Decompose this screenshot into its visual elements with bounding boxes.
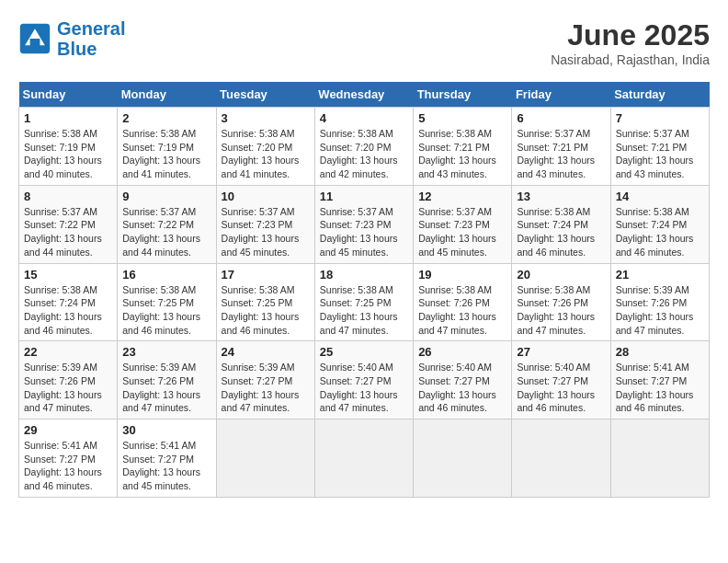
cell-details: Sunrise: 5:38 AMSunset: 7:19 PMDaylight:… [122, 127, 210, 181]
calendar-cell: 1Sunrise: 5:38 AMSunset: 7:19 PMDaylight… [19, 108, 118, 186]
calendar-cell: 19Sunrise: 5:38 AMSunset: 7:26 PMDayligh… [414, 263, 512, 341]
cell-details: Sunrise: 5:39 AMSunset: 7:27 PMDaylight:… [222, 361, 310, 415]
calendar-cell [512, 419, 610, 498]
calendar-cell: 15Sunrise: 5:38 AMSunset: 7:24 PMDayligh… [19, 263, 118, 341]
cell-details: Sunrise: 5:38 AMSunset: 7:24 PMDaylight:… [616, 205, 704, 259]
day-number: 6 [517, 111, 605, 125]
cell-details: Sunrise: 5:39 AMSunset: 7:26 PMDaylight:… [122, 361, 210, 415]
day-number: 7 [616, 111, 704, 125]
cell-details: Sunrise: 5:41 AMSunset: 7:27 PMDaylight:… [122, 439, 210, 493]
calendar-cell: 22Sunrise: 5:39 AMSunset: 7:26 PMDayligh… [19, 341, 118, 419]
calendar-cell [414, 419, 512, 498]
day-number: 12 [418, 190, 506, 203]
calendar-week-2: 8Sunrise: 5:37 AMSunset: 7:22 PMDaylight… [19, 185, 710, 263]
weekday-header-row: SundayMondayTuesdayWednesdayThursdayFrid… [19, 82, 710, 108]
calendar-cell: 26Sunrise: 5:40 AMSunset: 7:27 PMDayligh… [414, 341, 512, 419]
calendar-week-4: 22Sunrise: 5:39 AMSunset: 7:26 PMDayligh… [19, 341, 710, 419]
calendar-table: SundayMondayTuesdayWednesdayThursdayFrid… [18, 82, 710, 498]
calendar-cell: 13Sunrise: 5:38 AMSunset: 7:24 PMDayligh… [512, 185, 610, 263]
cell-details: Sunrise: 5:37 AMSunset: 7:21 PMDaylight:… [517, 127, 605, 181]
cell-details: Sunrise: 5:37 AMSunset: 7:23 PMDaylight:… [418, 205, 506, 259]
calendar-cell: 17Sunrise: 5:38 AMSunset: 7:25 PMDayligh… [216, 263, 314, 341]
weekday-sunday: Sunday [19, 82, 118, 108]
cell-details: Sunrise: 5:37 AMSunset: 7:23 PMDaylight:… [222, 205, 310, 259]
calendar-cell [216, 419, 314, 498]
cell-details: Sunrise: 5:37 AMSunset: 7:21 PMDaylight:… [616, 127, 704, 181]
calendar-cell: 25Sunrise: 5:40 AMSunset: 7:27 PMDayligh… [314, 341, 413, 419]
calendar-cell: 10Sunrise: 5:37 AMSunset: 7:23 PMDayligh… [216, 185, 314, 263]
weekday-tuesday: Tuesday [216, 82, 314, 108]
day-number: 27 [517, 345, 605, 359]
calendar-cell: 27Sunrise: 5:40 AMSunset: 7:27 PMDayligh… [512, 341, 610, 419]
calendar-cell: 28Sunrise: 5:41 AMSunset: 7:27 PMDayligh… [610, 341, 709, 419]
weekday-thursday: Thursday [414, 82, 512, 108]
calendar-week-5: 29Sunrise: 5:41 AMSunset: 7:27 PMDayligh… [19, 419, 710, 498]
calendar-cell: 5Sunrise: 5:38 AMSunset: 7:21 PMDaylight… [414, 108, 512, 186]
weekday-saturday: Saturday [610, 82, 709, 108]
calendar-cell: 9Sunrise: 5:37 AMSunset: 7:22 PMDaylight… [118, 185, 216, 263]
calendar-cell: 29Sunrise: 5:41 AMSunset: 7:27 PMDayligh… [19, 419, 118, 498]
calendar-cell: 8Sunrise: 5:37 AMSunset: 7:22 PMDaylight… [19, 185, 118, 263]
logo: General Blue [18, 18, 125, 59]
calendar-cell: 30Sunrise: 5:41 AMSunset: 7:27 PMDayligh… [118, 419, 216, 498]
calendar-cell: 6Sunrise: 5:37 AMSunset: 7:21 PMDaylight… [512, 108, 610, 186]
day-number: 13 [517, 190, 605, 203]
day-number: 15 [24, 268, 112, 282]
cell-details: Sunrise: 5:38 AMSunset: 7:20 PMDaylight:… [320, 127, 408, 181]
location: Nasirabad, Rajasthan, India [551, 52, 710, 67]
day-number: 24 [222, 345, 310, 359]
cell-details: Sunrise: 5:38 AMSunset: 7:25 PMDaylight:… [122, 283, 210, 338]
day-number: 4 [320, 111, 408, 125]
day-number: 11 [320, 190, 408, 203]
cell-details: Sunrise: 5:40 AMSunset: 7:27 PMDaylight:… [418, 361, 506, 415]
weekday-monday: Monday [118, 82, 216, 108]
day-number: 23 [122, 345, 210, 359]
day-number: 28 [616, 345, 704, 359]
calendar-cell: 3Sunrise: 5:38 AMSunset: 7:20 PMDaylight… [216, 108, 314, 186]
calendar-cell: 20Sunrise: 5:38 AMSunset: 7:26 PMDayligh… [512, 263, 610, 341]
cell-details: Sunrise: 5:39 AMSunset: 7:26 PMDaylight:… [24, 361, 112, 415]
title-block: June 2025 Nasirabad, Rajasthan, India [551, 18, 710, 67]
weekday-wednesday: Wednesday [314, 82, 413, 108]
cell-details: Sunrise: 5:38 AMSunset: 7:19 PMDaylight:… [24, 127, 112, 181]
day-number: 9 [122, 190, 210, 203]
day-number: 19 [418, 268, 506, 282]
weekday-friday: Friday [512, 82, 610, 108]
day-number: 1 [24, 111, 112, 125]
cell-details: Sunrise: 5:41 AMSunset: 7:27 PMDaylight:… [616, 361, 704, 415]
calendar-cell [314, 419, 413, 498]
day-number: 10 [222, 190, 310, 203]
logo-text: General Blue [57, 18, 125, 59]
day-number: 2 [122, 111, 210, 125]
logo-line1: General [57, 18, 125, 39]
cell-details: Sunrise: 5:38 AMSunset: 7:21 PMDaylight:… [418, 127, 506, 181]
day-number: 30 [122, 423, 210, 437]
day-number: 17 [222, 268, 310, 282]
cell-details: Sunrise: 5:41 AMSunset: 7:27 PMDaylight:… [24, 439, 112, 493]
day-number: 29 [24, 423, 112, 437]
day-number: 8 [24, 190, 112, 203]
day-number: 20 [517, 268, 605, 282]
calendar-cell: 18Sunrise: 5:38 AMSunset: 7:25 PMDayligh… [314, 263, 413, 341]
day-number: 21 [616, 268, 704, 282]
calendar-cell: 24Sunrise: 5:39 AMSunset: 7:27 PMDayligh… [216, 341, 314, 419]
cell-details: Sunrise: 5:38 AMSunset: 7:24 PMDaylight:… [24, 283, 112, 338]
cell-details: Sunrise: 5:38 AMSunset: 7:20 PMDaylight:… [222, 127, 310, 181]
day-number: 18 [320, 268, 408, 282]
day-number: 16 [122, 268, 210, 282]
calendar-week-1: 1Sunrise: 5:38 AMSunset: 7:19 PMDaylight… [19, 108, 710, 186]
svg-rect-2 [30, 39, 40, 47]
day-number: 26 [418, 345, 506, 359]
page-header: General Blue June 2025 Nasirabad, Rajast… [18, 18, 710, 67]
cell-details: Sunrise: 5:38 AMSunset: 7:24 PMDaylight:… [517, 205, 605, 259]
day-number: 3 [222, 111, 310, 125]
calendar-cell: 7Sunrise: 5:37 AMSunset: 7:21 PMDaylight… [610, 108, 709, 186]
cell-details: Sunrise: 5:37 AMSunset: 7:22 PMDaylight:… [122, 205, 210, 259]
calendar-cell: 21Sunrise: 5:39 AMSunset: 7:26 PMDayligh… [610, 263, 709, 341]
day-number: 5 [418, 111, 506, 125]
day-number: 22 [24, 345, 112, 359]
cell-details: Sunrise: 5:37 AMSunset: 7:23 PMDaylight:… [320, 205, 408, 259]
calendar-cell: 12Sunrise: 5:37 AMSunset: 7:23 PMDayligh… [414, 185, 512, 263]
cell-details: Sunrise: 5:38 AMSunset: 7:25 PMDaylight:… [320, 283, 408, 338]
cell-details: Sunrise: 5:37 AMSunset: 7:22 PMDaylight:… [24, 205, 112, 259]
